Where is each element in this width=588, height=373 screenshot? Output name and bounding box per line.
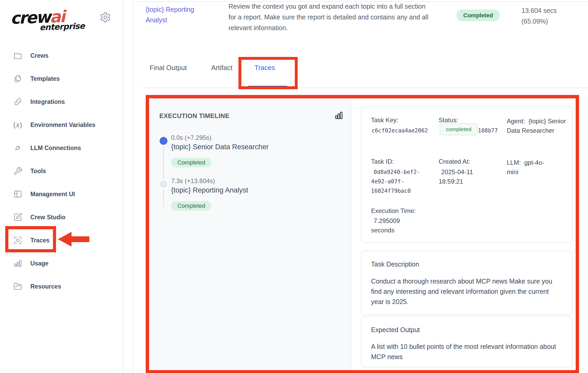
link-icon	[13, 97, 23, 106]
tab-final-output[interactable]: Final Output	[150, 64, 187, 72]
created-at-cell: Created At: 2025-04-11 18:59:21	[439, 158, 492, 186]
sidebar-item-crews[interactable]: Crews	[0, 44, 123, 67]
trace-panel: EXECUTION TIMELINE 0.0s (+7.295s) {topic…	[149, 98, 576, 370]
execution-time-value: 7.295009 seconds	[371, 216, 417, 235]
timeline-entry-time: 0.0s (+7.295s)	[171, 134, 211, 141]
sidebar-item-templates[interactable]: Templates	[0, 67, 123, 90]
task-id-label: Task ID:	[371, 158, 427, 165]
tab-traces[interactable]: Traces	[254, 64, 275, 72]
duration-percent: (65.09%)	[521, 16, 557, 27]
expected-output-body: A list with 10 bullet points of the most…	[371, 342, 567, 362]
sidebar-item-traces[interactable]: Traces	[0, 229, 123, 252]
agent-label: Agent:	[507, 118, 525, 125]
timeline-connector	[163, 145, 164, 207]
tabbar-divider	[141, 88, 588, 88]
timeline-title: EXECUTION TIMELINE	[159, 112, 230, 120]
task-description-body: Conduct a thorough research about MCP ne…	[371, 276, 554, 307]
folder-open-icon	[13, 282, 23, 291]
expected-output-card: Expected Output A list with 10 bullet po…	[361, 316, 573, 367]
status-label: Status:	[439, 116, 458, 124]
timeline-entry-name[interactable]: {topic} Senior Data Researcher	[171, 143, 269, 151]
parentheses-x-icon: (𝑥)	[13, 120, 23, 130]
task-description-card: Task Description Conduct a thorough rese…	[361, 251, 573, 315]
active-tab-underline	[248, 86, 287, 88]
sidebar-item-label: LLM Connections	[30, 145, 81, 152]
trace-panel-annotation-box: EXECUTION TIMELINE 0.0s (+7.295s) {topic…	[146, 95, 579, 373]
task-duration: 13.604 secs (65.09%)	[521, 5, 557, 27]
plug-icon	[13, 143, 23, 153]
traces-tab-annotation-box	[238, 57, 298, 89]
crewai-logo: crewai enterprise	[10, 6, 89, 33]
sidebar-item-environment-variables[interactable]: (𝑥) Environment Variables	[0, 113, 123, 136]
sidebar-item-crew-studio[interactable]: Crew Studio	[0, 206, 123, 229]
folder-icon	[13, 51, 23, 60]
sidebar-item-label: Usage	[30, 260, 48, 267]
sidebar-item-label: Integrations	[30, 98, 65, 105]
sidebar-item-label: Crews	[30, 52, 48, 59]
sidebar-item-integrations[interactable]: Integrations	[0, 90, 123, 113]
task-name-link[interactable]: {topic} Reporting Analyst	[146, 4, 209, 25]
copy-icon	[13, 74, 23, 83]
sidebar-nav: Crews Templates Integrations (𝑥) Environ…	[0, 44, 123, 298]
timeline-entry-status: Completed	[171, 201, 211, 211]
task-key-value: c6cf02ecaa4ae2062	[372, 127, 428, 134]
sidebar-item-tools[interactable]: Tools	[0, 159, 123, 183]
wrench-icon	[13, 166, 23, 176]
layout-panel-icon	[13, 189, 23, 199]
sidebar-item-usage[interactable]: Usage	[0, 252, 123, 275]
execution-timeline-panel: EXECUTION TIMELINE 0.0s (+7.295s) {topic…	[149, 98, 351, 370]
task-key-value-end: 108b77	[478, 127, 498, 134]
tab-artifact[interactable]: Artifact	[211, 64, 232, 72]
timeline-dot	[160, 180, 167, 188]
sidebar-item-resources[interactable]: Resources	[0, 275, 123, 298]
sidebar-item-llm-connections[interactable]: LLM Connections	[0, 136, 123, 159]
sidebar-item-label: Templates	[30, 75, 60, 82]
sidebar-item-label: Environment Variables	[30, 121, 95, 129]
content-divider	[133, 0, 133, 373]
gear-icon[interactable]	[100, 12, 111, 23]
sidebar-item-label: Traces	[30, 237, 50, 244]
execution-time-label: Execution Time:	[371, 207, 417, 215]
task-key-label: Task Key:	[371, 116, 398, 124]
app-window: crewai enterprise Crews Templates Integr…	[0, 0, 588, 373]
status-badge: Completed	[456, 9, 500, 21]
sidebar-item-label: Tools	[30, 168, 46, 175]
task-meta-card: Task Key: c6cf02ecaa4ae2062 completed 10…	[361, 106, 573, 243]
bar-chart-icon	[13, 259, 23, 268]
task-description-text: Review the context you got and expand ea…	[228, 1, 432, 33]
timeline-entry-status: Completed	[171, 158, 211, 167]
duration-value: 13.604 secs	[521, 5, 557, 16]
scan-focus-icon	[13, 236, 23, 245]
llm-cell: LLM: gpt-4o-mini	[507, 158, 552, 177]
agent-cell: Agent: {topic} Senior Data Researcher	[507, 116, 570, 135]
timeline-entry-time: 7.3s (+13.604s)	[171, 177, 215, 185]
execution-time-cell: Execution Time: 7.295009 seconds	[371, 207, 417, 235]
expected-output-title: Expected Output	[371, 326, 420, 334]
timeline-entry-name[interactable]: {topic} Reporting Analyst	[171, 186, 248, 194]
timeline-dot-active	[160, 137, 167, 145]
sidebar: crewai enterprise Crews Templates Integr…	[0, 0, 123, 373]
sidebar-item-label: Crew Studio	[30, 214, 66, 221]
task-id-value: 0d8a9240-bef2-4e92-a07f-16024f79bac0	[371, 167, 427, 196]
task-id-cell: Task ID: 0d8a9240-bef2-4e92-a07f-16024f7…	[371, 158, 427, 196]
status-pill: completed	[440, 123, 478, 135]
task-description-title: Task Description	[371, 260, 419, 268]
sidebar-item-label: Management UI	[30, 191, 75, 198]
created-at-label: Created At:	[439, 158, 492, 165]
created-at-value: 2025-04-11 18:59:21	[439, 167, 492, 186]
chart-view-icon[interactable]	[334, 111, 344, 120]
pencil-square-icon	[13, 212, 23, 222]
llm-label: LLM:	[507, 159, 521, 166]
sidebar-item-label: Resources	[30, 283, 61, 290]
sidebar-item-management-ui[interactable]: Management UI	[0, 183, 123, 206]
